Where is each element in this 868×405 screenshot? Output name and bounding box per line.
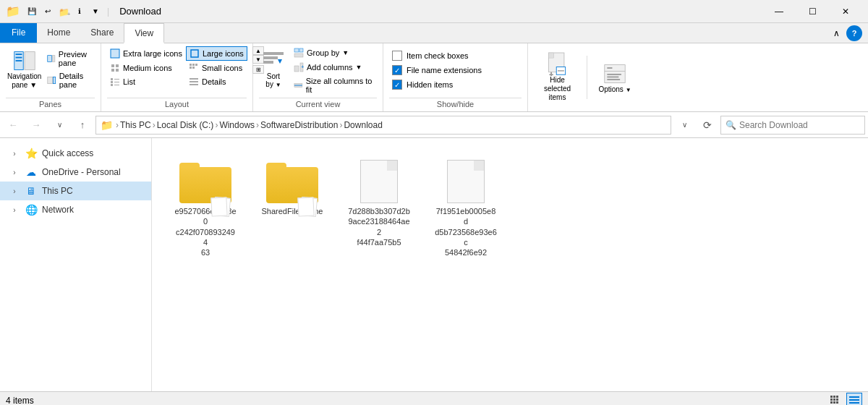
size-all-columns-label: Size all columns to fit	[306, 77, 374, 94]
svg-rect-22	[111, 81, 113, 83]
svg-rect-18	[190, 67, 192, 69]
details-pane-button[interactable]: Details pane	[46, 71, 95, 90]
group-by-label: Group by	[307, 48, 339, 57]
list-item[interactable]: e9527066cdd18e0c242f070893249463	[169, 153, 242, 262]
layout-details[interactable]: Details	[186, 75, 247, 88]
tab-share[interactable]: Share	[80, 23, 124, 43]
layout-medium-icons[interactable]: Medium icons	[107, 61, 185, 74]
tab-file[interactable]: File	[0, 23, 37, 43]
layout-list[interactable]: List	[107, 75, 185, 88]
svg-rect-60	[833, 401, 835, 404]
sidebar-item-this-pc[interactable]: › 🖥 This PC	[0, 182, 151, 200]
file-name: 7f1951eb0005e8dd5b723568e93e6c54842f6e92	[434, 206, 498, 257]
file-icon	[440, 157, 492, 203]
qat-properties-btn[interactable]: ℹ	[72, 4, 87, 19]
qat-dropdown-btn[interactable]: ▼	[88, 4, 103, 19]
sort-by-button[interactable]: Sortby ▼	[259, 46, 288, 91]
layout-large-icons[interactable]: Large icons	[186, 46, 247, 61]
svg-rect-4	[15, 60, 22, 61]
svg-rect-12	[116, 64, 119, 67]
options-button[interactable]: Options ▼	[593, 59, 637, 96]
path-this-pc[interactable]: This PC	[120, 120, 151, 130]
folder-icon	[179, 157, 231, 203]
title-bar: 📁 💾 ↩ 📁 + ℹ ▼ | Download — ☐ ✕	[0, 0, 868, 23]
address-bar: ← → ∨ ↑ 📁 › This PC › Local Disk (C:) › …	[0, 112, 868, 138]
svg-rect-30	[263, 56, 278, 59]
svg-rect-64	[849, 402, 859, 404]
path-download[interactable]: Download	[344, 120, 382, 130]
search-input[interactable]	[739, 120, 860, 130]
item-checkboxes-toggle[interactable]: Item check boxes	[389, 49, 472, 62]
tab-home[interactable]: Home	[37, 23, 80, 43]
onedrive-expand-icon: ›	[9, 166, 20, 178]
sidebar-item-network[interactable]: › 🌐 Network	[0, 200, 151, 219]
options-icon	[603, 62, 626, 85]
file-area: e9527066cdd18e0c242f070893249463 SharedF…	[152, 138, 868, 391]
title-bar-left: 📁 💾 ↩ 📁 + ℹ ▼ | Download	[6, 4, 161, 19]
list-item[interactable]: SharedFileCache	[256, 153, 328, 262]
back-button[interactable]: ←	[3, 115, 23, 135]
dropdown-path-button[interactable]: ∨	[674, 115, 694, 135]
list-item[interactable]: 7d288b3b307d2b9ace23188464ae2f44f7aa75b5	[343, 153, 415, 262]
navigation-pane-button[interactable]: Navigationpane ▼	[6, 46, 43, 93]
svg-rect-49	[607, 67, 612, 69]
side-pane-buttons: Preview pane Details pane	[46, 49, 95, 90]
layout-small-icons[interactable]: Small icons	[186, 61, 247, 74]
panes-label: Panes	[6, 98, 95, 108]
search-box[interactable]: 🔍	[720, 116, 865, 135]
close-button[interactable]: ✕	[829, 0, 862, 23]
ribbon-collapse-button[interactable]: ∧	[829, 26, 843, 40]
path-windows[interactable]: Windows	[219, 120, 255, 130]
sidebar-item-onedrive[interactable]: › ☁ OneDrive - Personal	[0, 163, 151, 182]
forward-button[interactable]: →	[26, 115, 46, 135]
svg-rect-24	[111, 84, 113, 86]
show-hide-label: Show/hide	[389, 98, 522, 108]
window-controls: — ☐ ✕	[762, 0, 862, 23]
svg-rect-57	[833, 398, 835, 401]
minimize-button[interactable]: —	[762, 0, 796, 23]
svg-rect-21	[114, 79, 119, 80]
qat-new-folder-btn[interactable]: 📁 +	[56, 4, 71, 19]
quick-access-expand-icon: ›	[9, 148, 20, 159]
svg-rect-56	[830, 398, 833, 401]
recent-locations-button[interactable]: ∨	[49, 115, 69, 135]
folder-icon-path: 📁	[101, 119, 113, 131]
svg-rect-17	[195, 64, 197, 66]
maximize-button[interactable]: ☐	[796, 0, 829, 23]
up-button[interactable]: ↑	[72, 115, 93, 135]
path-software-distribution[interactable]: SoftwareDistribution	[260, 120, 338, 130]
file-name-extensions-checkbox: ✓	[392, 65, 402, 75]
refresh-button[interactable]: ⟳	[697, 115, 718, 135]
add-columns-button[interactable]: + Add columns ▼	[291, 61, 377, 74]
svg-rect-35	[294, 54, 303, 57]
help-button[interactable]: ?	[846, 25, 862, 41]
options-divider	[587, 56, 587, 99]
file-name-extensions-toggle[interactable]: ✓ File name extensions	[389, 64, 485, 77]
qat-save-btn[interactable]: 💾	[25, 4, 39, 19]
preview-pane-button[interactable]: Preview pane	[46, 49, 95, 68]
svg-rect-16	[192, 64, 195, 66]
item-count: 4 items	[6, 396, 34, 406]
group-by-button[interactable]: Group by ▼	[291, 46, 377, 59]
qat-undo-btn[interactable]: ↩	[41, 4, 55, 19]
this-pc-expand-icon: ›	[9, 185, 20, 197]
size-all-columns-button[interactable]: Size all columns to fit	[291, 75, 377, 95]
svg-rect-25	[114, 85, 119, 85]
sidebar-item-quick-access[interactable]: › ⭐ Quick access	[0, 144, 151, 163]
hide-selected-items-button[interactable]: Hide selecteditems	[534, 50, 581, 105]
hidden-items-toggle[interactable]: ✓ Hidden items	[389, 78, 456, 91]
address-path[interactable]: 📁 › This PC › Local Disk (C:) › Windows …	[95, 116, 671, 135]
layout-extra-large-icons[interactable]: Extra large icons	[107, 46, 185, 61]
svg-rect-3	[15, 57, 22, 59]
list-item[interactable]: 7f1951eb0005e8dd5b723568e93e6c54842f6e92	[430, 153, 502, 262]
svg-rect-54	[833, 396, 835, 398]
file-icon	[353, 157, 405, 203]
svg-rect-28	[190, 84, 198, 85]
ribbon-tabs: File Home Share View ∧ ?	[0, 23, 868, 43]
svg-marker-32	[278, 59, 282, 64]
item-checkboxes-checkbox	[392, 51, 402, 61]
list-view-button[interactable]	[827, 393, 843, 406]
path-local-disk[interactable]: Local Disk (C:)	[157, 120, 214, 130]
tab-view[interactable]: View	[124, 23, 164, 43]
large-icons-view-button[interactable]	[846, 393, 862, 406]
